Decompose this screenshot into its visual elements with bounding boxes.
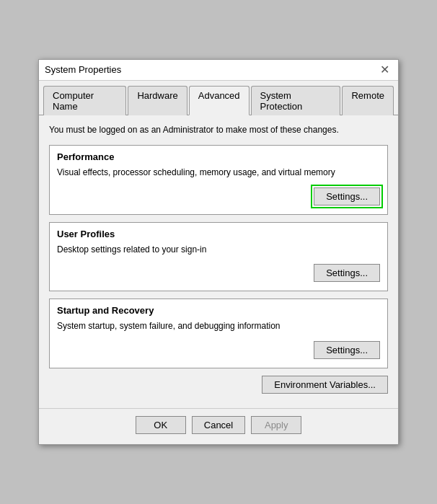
user-profiles-title: User Profiles	[57, 229, 380, 239]
environment-variables-row: Environment Variables...	[49, 376, 388, 394]
user-profiles-desc: Desktop settings related to your sign-in	[57, 244, 380, 256]
title-bar: System Properties ✕	[39, 60, 398, 81]
tab-advanced[interactable]: Advanced	[189, 86, 250, 115]
tab-content: You must be logged on as an Administrato…	[39, 115, 398, 408]
cancel-button[interactable]: Cancel	[192, 416, 245, 434]
footer-buttons: OK Cancel Apply	[39, 408, 398, 444]
user-profiles-settings-button[interactable]: Settings...	[314, 264, 380, 282]
startup-recovery-btn-row: Settings...	[57, 341, 380, 359]
performance-desc: Visual effects, processor scheduling, me…	[57, 167, 380, 179]
system-properties-window: System Properties ✕ Computer Name Hardwa…	[38, 59, 399, 445]
startup-recovery-desc: System startup, system failure, and debu…	[57, 320, 380, 332]
tab-system-protection[interactable]: System Protection	[251, 86, 341, 115]
tab-bar: Computer Name Hardware Advanced System P…	[39, 81, 398, 115]
performance-settings-button[interactable]: Settings...	[314, 187, 380, 205]
user-profiles-btn-row: Settings...	[57, 264, 380, 282]
performance-btn-row: Settings...	[57, 187, 380, 205]
tab-computer-name[interactable]: Computer Name	[43, 86, 126, 115]
apply-button[interactable]: Apply	[251, 416, 301, 434]
environment-variables-button[interactable]: Environment Variables...	[262, 376, 388, 394]
tab-hardware[interactable]: Hardware	[128, 86, 187, 115]
startup-recovery-settings-button[interactable]: Settings...	[314, 341, 380, 359]
tab-remote[interactable]: Remote	[342, 86, 394, 115]
admin-notice: You must be logged on as an Administrato…	[49, 124, 388, 136]
window-title: System Properties	[45, 64, 121, 75]
performance-title: Performance	[57, 151, 380, 162]
close-button[interactable]: ✕	[377, 64, 392, 76]
performance-section: Performance Visual effects, processor sc…	[49, 145, 388, 215]
startup-recovery-title: Startup and Recovery	[57, 305, 380, 316]
user-profiles-section: User Profiles Desktop settings related t…	[49, 222, 388, 292]
startup-recovery-section: Startup and Recovery System startup, sys…	[49, 299, 388, 368]
ok-button[interactable]: OK	[136, 416, 186, 434]
